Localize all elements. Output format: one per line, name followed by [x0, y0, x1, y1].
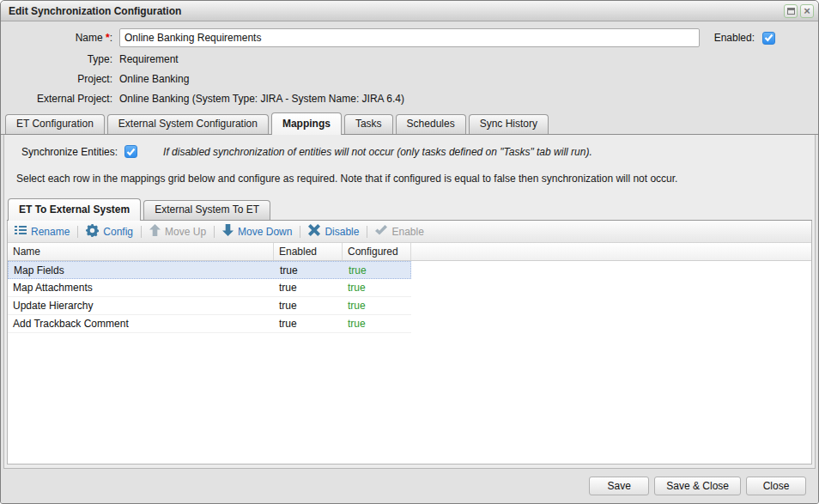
edit-sync-configuration-dialog: Edit Synchronization Configuration × Nam… [0, 0, 819, 504]
mappings-toolbar: RenameConfigMove UpMove DownDisableEnabl… [8, 221, 811, 243]
close-icon: × [804, 5, 810, 16]
table-row[interactable]: Update Hierarchy true true [8, 297, 411, 315]
cell-configured: true [343, 318, 411, 330]
tab-label: External System Configuration [118, 118, 258, 130]
tab-label: Schedules [407, 118, 455, 130]
toolbar-button-label: Move Up [165, 226, 206, 238]
column-header-name[interactable]: Name [8, 243, 274, 260]
cell-name: Map Fields [9, 264, 275, 276]
name-row: Name *: Enabled: [1, 28, 818, 47]
table-row[interactable]: Map Attachments true true [8, 279, 411, 297]
toolbar-button-label: Enable [391, 226, 423, 238]
restore-button[interactable] [784, 4, 798, 18]
column-header-configured[interactable]: Configured [343, 243, 411, 260]
subtab-et-to-external-system[interactable]: ET To External System [8, 198, 141, 221]
mappings-tab-panel: Synchronize Entities: If disabled synchr… [3, 135, 816, 469]
type-row: Type: Requirement [1, 52, 818, 67]
main-tabstrip: ET ConfigurationExternal System Configur… [1, 111, 818, 135]
mappings-grid: Map Fields true true Map Attachments tru… [8, 261, 811, 464]
close-window-button[interactable]: × [800, 4, 814, 18]
enabled-checkbox[interactable] [762, 32, 775, 45]
toolbar-separator [214, 226, 215, 238]
cell-configured: true [343, 282, 411, 294]
type-label: Type: [1, 53, 112, 65]
external-project-label: External Project: [1, 93, 112, 105]
toolbar-separator [367, 226, 367, 238]
cell-name: Update Hierarchy [8, 300, 274, 312]
name-label: Name *: [1, 32, 112, 44]
toolbar-button-config[interactable]: Config [86, 224, 133, 240]
checkmark-icon [764, 33, 774, 42]
toolbar-button-label: Disable [325, 226, 359, 238]
enabled-group: Enabled: [714, 32, 775, 45]
cell-name: Add Trackback Comment [8, 318, 274, 330]
cell-enabled: true [274, 318, 343, 330]
name-label-colon: : [110, 32, 112, 44]
restore-icon [787, 8, 795, 15]
cell-enabled: true [274, 282, 343, 294]
cell-enabled: true [275, 264, 343, 276]
name-label-text: Name [76, 32, 103, 44]
mappings-instruction: Select each row in the mappings grid bel… [16, 173, 812, 185]
synchronize-entities-row: Synchronize Entities: If disabled synchr… [21, 145, 812, 158]
toolbar-button-enable[interactable]: Enable [375, 225, 423, 238]
cell-name: Map Attachments [8, 282, 274, 294]
column-header-enabled[interactable]: Enabled [274, 243, 343, 260]
dialog-title: Edit Synchronization Configuration [9, 5, 781, 17]
tab-label: External System To ET [155, 203, 259, 216]
toolbar-button-move-up[interactable]: Move Up [149, 224, 206, 239]
configuration-form: Name *: Enabled: Type: Requirement Proje… [1, 21, 818, 111]
tab-tasks[interactable]: Tasks [344, 114, 393, 134]
tab-label: Mappings [282, 118, 331, 130]
tab-label: Tasks [355, 118, 382, 130]
project-value: Online Banking [119, 73, 189, 85]
synchronize-entities-checkbox[interactable] [124, 145, 137, 158]
footer-button-save[interactable]: Save [589, 477, 649, 495]
cross-icon [308, 224, 320, 239]
cell-configured: true [343, 264, 412, 276]
cell-enabled: true [274, 300, 343, 312]
tab-et-configuration[interactable]: ET Configuration [5, 114, 105, 134]
tab-label: ET To External System [19, 203, 130, 216]
toolbar-separator [141, 226, 142, 238]
table-row[interactable]: Map Fields true true [8, 261, 411, 279]
checkmark-icon [126, 148, 136, 156]
mappings-subtabstrip: ET To External SystemExternal System To … [7, 197, 812, 221]
toolbar-button-label: Config [103, 226, 133, 238]
check-icon [375, 225, 387, 238]
tab-schedules[interactable]: Schedules [396, 114, 466, 134]
toolbar-button-move-down[interactable]: Move Down [222, 224, 292, 239]
dialog-footer: SaveSave & CloseClose [1, 469, 818, 503]
external-project-row: External Project: Online Banking (System… [1, 91, 818, 106]
gear-icon [86, 224, 99, 240]
toolbar-separator [300, 226, 300, 238]
toolbar-button-rename[interactable]: Rename [15, 224, 70, 239]
name-input[interactable] [119, 28, 700, 47]
tab-mappings[interactable]: Mappings [271, 112, 342, 135]
list-icon [15, 224, 27, 239]
subtab-external-system-to-et[interactable]: External System To ET [143, 200, 270, 220]
toolbar-separator [77, 226, 78, 238]
enabled-label: Enabled: [714, 32, 755, 44]
project-label: Project: [1, 73, 112, 85]
toolbar-button-label: Rename [31, 226, 70, 238]
table-row[interactable]: Add Trackback Comment true true [8, 315, 411, 333]
project-row: Project: Online Banking [1, 71, 818, 87]
et-to-external-system-panel: RenameConfigMove UpMove DownDisableEnabl… [7, 221, 812, 465]
toolbar-button-disable[interactable]: Disable [308, 224, 359, 239]
type-value: Requirement [119, 53, 179, 65]
tab-label: Sync History [480, 118, 537, 130]
external-project-value: Online Banking (System Type: JIRA - Syst… [119, 93, 404, 105]
arrow-up-icon [149, 224, 161, 239]
grid-header: Name Enabled Configured [8, 243, 811, 261]
synchronize-entities-note: If disabled synchronization of entities … [163, 146, 592, 158]
dialog-titlebar: Edit Synchronization Configuration × [1, 1, 818, 21]
footer-button-save-close[interactable]: Save & Close [654, 477, 741, 495]
footer-button-close[interactable]: Close [746, 477, 806, 495]
toolbar-button-label: Move Down [238, 226, 292, 238]
tab-label: ET Configuration [16, 118, 94, 130]
cell-configured: true [343, 300, 411, 312]
tab-sync-history[interactable]: Sync History [469, 114, 549, 134]
synchronize-entities-label: Synchronize Entities: [21, 146, 118, 158]
tab-external-system-configuration[interactable]: External System Configuration [107, 114, 269, 134]
